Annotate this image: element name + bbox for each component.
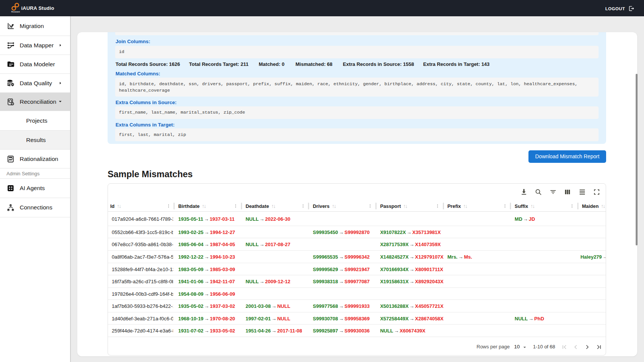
svg-text:Persistent: Persistent (11, 11, 20, 13)
